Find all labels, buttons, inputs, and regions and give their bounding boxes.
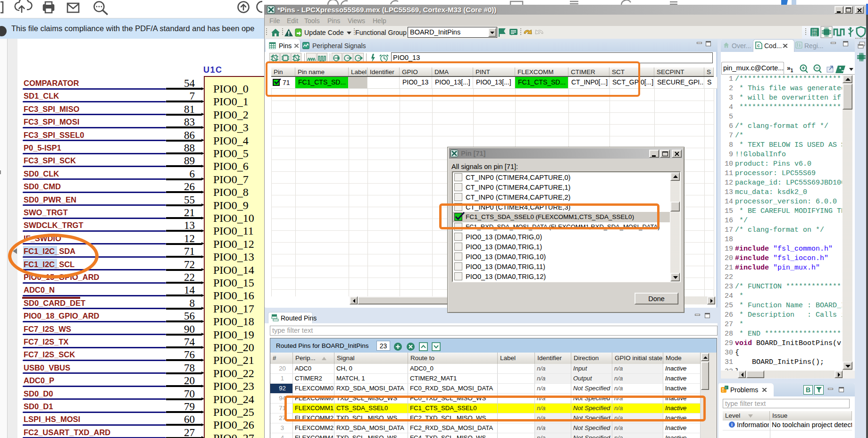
svg-text:010: 010	[811, 34, 817, 38]
svg-text:c: c	[757, 43, 760, 48]
svg-text:Update Code: Update Code	[304, 29, 344, 36]
svg-text:!: !	[722, 387, 724, 393]
svg-text:Functional Group: Functional Group	[355, 29, 407, 36]
